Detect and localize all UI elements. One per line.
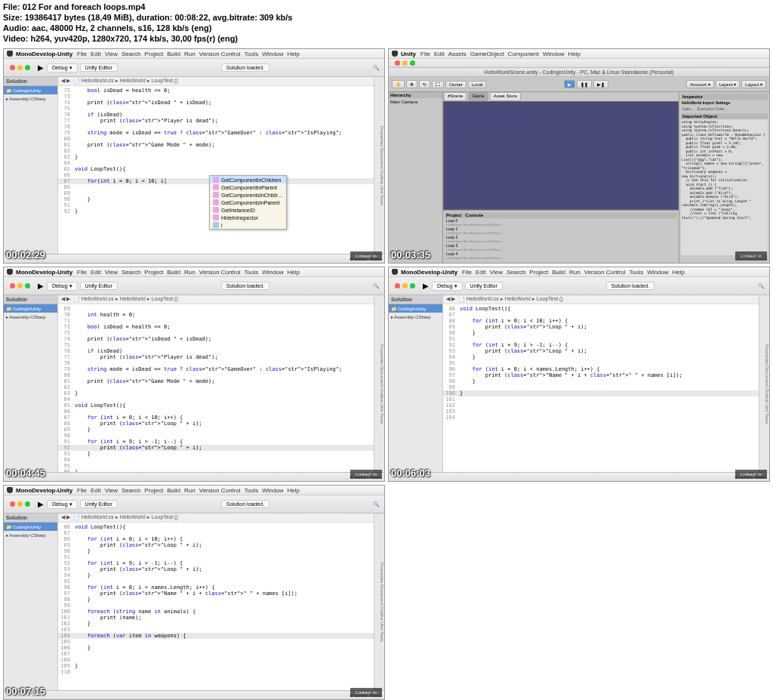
assembly-node[interactable]: ▸ Assembly-CSharp: [4, 313, 57, 321]
menu-item[interactable]: Run: [184, 269, 196, 276]
target-dropdown[interactable]: Unity Editor: [80, 282, 118, 290]
menu-item[interactable]: Tools: [629, 269, 643, 276]
menu-item[interactable]: Tools: [244, 487, 258, 494]
autocomplete-item[interactable]: HideInInspector: [210, 214, 286, 221]
autocomplete-item[interactable]: GetComponentInParent: [210, 183, 286, 191]
code-editor[interactable]: ◀ ▶ 📄 HelloWorld.cs ▸ HelloWorld ▸ LoopT…: [58, 77, 374, 254]
apple-icon[interactable]: [7, 487, 13, 493]
menu-item[interactable]: Edit: [476, 269, 486, 276]
menu-item[interactable]: Tools: [244, 51, 258, 57]
game-view[interactable]: [443, 101, 679, 210]
menu-item[interactable]: File: [77, 487, 87, 494]
menu-item[interactable]: Help: [288, 269, 300, 276]
code-editor[interactable]: ◀ ▶ 📄 HelloWorld.cs ▸ HelloWorld ▸ LoopT…: [58, 295, 374, 472]
menu-item[interactable]: File: [77, 51, 87, 57]
scene-tabs[interactable]: #SceneGameAsset Store: [443, 92, 679, 101]
autocomplete-item[interactable]: i: [210, 221, 286, 229]
autocomplete-item[interactable]: GetComponentsInParent: [210, 199, 286, 206]
menu-item[interactable]: Version Control: [199, 487, 241, 494]
menu-item[interactable]: Edit: [91, 51, 101, 57]
menu-item[interactable]: Project: [144, 269, 163, 276]
menu-item[interactable]: Edit: [91, 269, 101, 276]
menu-item[interactable]: View: [490, 269, 503, 276]
menu-item[interactable]: Build: [167, 269, 180, 276]
account-dropdown[interactable]: Account ▾: [686, 80, 713, 88]
autocomplete-item[interactable]: GetInstanceID: [210, 206, 286, 214]
apple-icon[interactable]: [7, 269, 13, 275]
menu-item[interactable]: Project: [144, 51, 163, 57]
pause-button[interactable]: ❚❚: [577, 80, 592, 88]
assembly-node[interactable]: ▸ Assembly-CSharp: [4, 531, 57, 539]
rotate-tool[interactable]: ↻: [419, 80, 430, 88]
menu-item[interactable]: Component: [508, 51, 539, 57]
menu-item[interactable]: File: [462, 269, 472, 276]
window-controls[interactable]: [10, 501, 30, 507]
hand-tool[interactable]: ✋: [392, 80, 405, 88]
right-panel-tabs[interactable]: Properties Document Outline Unit Tests: [374, 295, 384, 472]
menu-item[interactable]: Tools: [244, 269, 258, 276]
menu-item[interactable]: Window: [262, 269, 283, 276]
breadcrumb[interactable]: ◀ ▶ 📄 HelloWorld.cs ▸ HelloWorld ▸ LoopT…: [58, 513, 374, 523]
scale-tool[interactable]: ⛶: [432, 81, 444, 88]
menu-item[interactable]: Window: [262, 51, 283, 57]
menu-item[interactable]: File: [420, 51, 430, 57]
layers-dropdown[interactable]: Layers ▾: [716, 80, 741, 88]
menu-item[interactable]: Help: [288, 51, 300, 57]
solution-sidebar[interactable]: Solution 📁 CodingInUnity ▸ Assembly-CSha…: [4, 513, 58, 690]
menu-item[interactable]: View: [105, 51, 118, 57]
menu-item[interactable]: Window: [543, 51, 564, 57]
window-controls[interactable]: [395, 283, 415, 288]
config-dropdown[interactable]: Debug ▾: [47, 500, 78, 509]
menu-item[interactable]: Version Control: [199, 269, 241, 276]
solution-sidebar[interactable]: Solution 📁 CodingInUnity ▸ Assembly-CSha…: [4, 295, 58, 472]
menu-item[interactable]: Run: [569, 269, 581, 276]
play-button[interactable]: ▶: [564, 80, 575, 88]
code-editor[interactable]: ◀ ▶ 📄 HelloWorld.cs ▸ HelloWorld ▸ LoopT…: [443, 295, 759, 472]
menu-item[interactable]: Version Control: [199, 51, 241, 57]
menu-item[interactable]: View: [105, 487, 118, 494]
menu-item[interactable]: File: [77, 269, 87, 276]
pivot-toggle[interactable]: Center: [445, 81, 467, 88]
menu-item[interactable]: Search: [122, 269, 140, 276]
menu-item[interactable]: Build: [552, 269, 565, 276]
menu-item[interactable]: Assets: [448, 51, 467, 57]
project-node[interactable]: 📁 CodingInUnity: [4, 86, 57, 94]
config-dropdown[interactable]: Debug ▾: [47, 282, 78, 291]
menu-item[interactable]: Version Control: [584, 269, 626, 276]
menu-item[interactable]: GameObject: [470, 51, 504, 57]
hierarchy-panel[interactable]: Hierarchy Main Camera: [389, 92, 443, 263]
inspector-panel[interactable]: Inspector HelloWorld Import Settings Ope…: [679, 92, 769, 263]
menu-item[interactable]: Window: [262, 487, 283, 494]
menu-item[interactable]: Run: [184, 51, 196, 57]
menu-item[interactable]: Help: [288, 487, 300, 494]
menu-item[interactable]: Build: [167, 487, 180, 494]
right-panel-tabs[interactable]: Properties Document Outline Unit Tests: [374, 513, 384, 690]
breadcrumb[interactable]: ◀ ▶ 📄 HelloWorld.cs ▸ HelloWorld ▸ LoopT…: [443, 295, 759, 304]
project-node[interactable]: 📁 CodingInUnity: [4, 523, 57, 531]
config-dropdown[interactable]: Debug ▾: [432, 282, 463, 291]
assembly-node[interactable]: ▸ Assembly-CSharp: [4, 94, 57, 103]
window-controls[interactable]: [10, 283, 30, 288]
menu-item[interactable]: Build: [167, 51, 180, 57]
assembly-node[interactable]: ▸ Assembly-CSharp: [389, 313, 442, 321]
project-node[interactable]: 📁 CodingInUnity: [389, 304, 442, 313]
code-editor[interactable]: ◀ ▶ 📄 HelloWorld.cs ▸ HelloWorld ▸ LoopT…: [58, 513, 374, 690]
menu-item[interactable]: Edit: [91, 487, 101, 494]
menu-item[interactable]: Edit: [434, 51, 445, 57]
breadcrumb[interactable]: ◀ ▶ 📄 HelloWorld.cs ▸ HelloWorld ▸ LoopT…: [58, 77, 374, 86]
menu-item[interactable]: Search: [122, 487, 140, 494]
menu-item[interactable]: View: [105, 269, 118, 276]
target-dropdown[interactable]: Unity Editor: [465, 282, 503, 290]
menu-item[interactable]: Help: [673, 269, 685, 276]
project-node[interactable]: 📁 CodingInUnity: [4, 304, 57, 313]
autocomplete-item[interactable]: GetComponentsInChildr…: [210, 191, 286, 199]
apple-icon[interactable]: [392, 51, 398, 57]
breadcrumb[interactable]: ◀ ▶ 📄 HelloWorld.cs ▸ HelloWorld ▸ LoopT…: [58, 295, 374, 304]
menu-item[interactable]: Search: [122, 51, 140, 57]
step-button[interactable]: ▶❚: [593, 80, 608, 88]
target-dropdown[interactable]: Unity Editor: [80, 63, 118, 72]
menu-item[interactable]: Project: [529, 269, 548, 276]
layout-dropdown[interactable]: Layout ▾: [741, 80, 766, 88]
solution-sidebar[interactable]: Solution 📁 CodingInUnity ▸ Assembly-CSha…: [4, 77, 58, 254]
space-toggle[interactable]: Local: [468, 81, 486, 88]
